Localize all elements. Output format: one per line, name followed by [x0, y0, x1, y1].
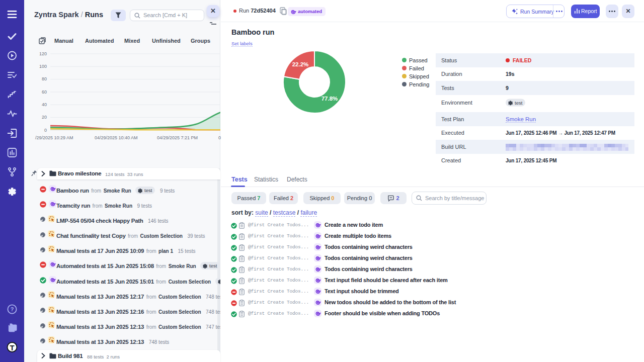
svg-text:22.2%: 22.2%: [292, 61, 309, 67]
svg-text:?: ?: [11, 306, 14, 312]
svg-text:77.8%: 77.8%: [321, 96, 338, 102]
